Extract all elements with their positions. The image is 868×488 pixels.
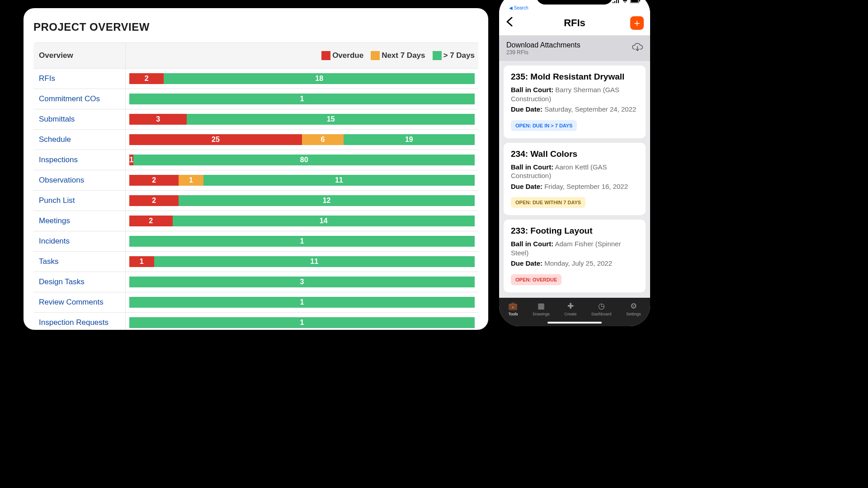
tab-settings[interactable]: ⚙Settings (626, 301, 641, 316)
stacked-bar: 214 (129, 216, 475, 226)
phone-header-title: RFIs (519, 17, 630, 29)
legend-label: Next 7 Days (382, 51, 425, 60)
table-row: RFIs 218 (33, 69, 478, 89)
stacked-bar: 218 (129, 73, 475, 84)
tab-create[interactable]: ✚Create (564, 301, 576, 316)
table-row: Observations 2111 (33, 170, 478, 191)
bar-segment-overdue: 1 (129, 155, 133, 165)
row-label[interactable]: Punch List (33, 191, 126, 211)
svg-rect-5 (631, 0, 638, 3)
row-label[interactable]: Commitment COs (33, 89, 126, 109)
phone-header: RFIs ＋ (499, 12, 650, 36)
phone-screen: 1:18 ◀ Search RFIs ＋ (499, 0, 650, 326)
table-row: Inspection Requests 1 (33, 313, 478, 330)
row-label[interactable]: Review Comments (33, 292, 126, 312)
status-badge: OPEN: DUE WITHIN 7 DAYS (511, 197, 585, 208)
stacked-bar: 1 (129, 317, 475, 328)
bar-segment-overdue: 2 (129, 216, 173, 226)
bar-segment-later: 18 (164, 73, 475, 84)
bar-segment-next7: 6 (302, 134, 344, 145)
bar-segment-later: 11 (203, 175, 475, 186)
legend-item: Overdue (321, 51, 363, 60)
signal-icon (613, 0, 620, 5)
bar-cell: 2111 (126, 170, 478, 190)
dashboard-icon: ◷ (598, 301, 605, 311)
row-label[interactable]: RFIs (33, 69, 126, 89)
row-label[interactable]: Meetings (33, 211, 126, 231)
bar-segment-overdue: 25 (129, 134, 302, 145)
bar-cell: 214 (126, 211, 478, 231)
bar-cell: 25619 (126, 130, 478, 150)
card-due-date: Due Date: Monday, July 25, 2022 (511, 259, 638, 268)
svg-rect-1 (614, 1, 615, 3)
overview-table: Overview OverdueNext 7 Days> 7 Days RFIs… (33, 42, 478, 330)
bar-cell: 1 (126, 313, 478, 330)
download-subtitle: 239 RFIs (506, 49, 580, 56)
bar-segment-later: 1 (129, 317, 475, 328)
bar-segment-later: 12 (179, 195, 475, 206)
table-row: Meetings 214 (33, 211, 478, 231)
page-title: PROJECT OVERVIEW (33, 21, 488, 33)
tab-label: Tools (508, 312, 518, 316)
back-button[interactable] (505, 16, 519, 30)
chevron-left-icon: ◀ (509, 5, 513, 10)
phone-notch (536, 0, 613, 5)
battery-icon (630, 0, 640, 5)
row-label[interactable]: Schedule (33, 130, 126, 150)
download-attachments-banner[interactable]: Download Attachments 239 RFIs (499, 36, 650, 61)
breadcrumb-label: Search (514, 5, 528, 10)
tab-label: Dashboard (591, 312, 611, 316)
row-label[interactable]: Design Tasks (33, 272, 126, 292)
stacked-bar: 25619 (129, 134, 475, 145)
bar-segment-overdue: 2 (129, 175, 179, 186)
stacked-bar: 315 (129, 114, 475, 125)
rfi-card[interactable]: 235: Mold Resistant Drywall Ball in Cour… (504, 66, 646, 138)
bar-segment-later: 19 (344, 134, 475, 145)
bar-segment-later: 1 (129, 94, 475, 104)
download-title: Download Attachments (506, 41, 580, 49)
create-icon: ✚ (567, 301, 574, 311)
table-row: Design Tasks 3 (33, 272, 478, 292)
row-label[interactable]: Incidents (33, 231, 126, 251)
bar-cell: 218 (126, 69, 478, 89)
row-label[interactable]: Submittals (33, 109, 126, 129)
row-label[interactable]: Inspection Requests (33, 313, 126, 330)
add-button[interactable]: ＋ (630, 16, 644, 30)
tab-drawings[interactable]: ▦Drawings (533, 301, 550, 316)
status-icons (613, 0, 640, 5)
table-row: Inspections 180 (33, 150, 478, 170)
rfi-card-list: 235: Mold Resistant Drywall Ball in Cour… (499, 66, 650, 297)
bar-segment-later: 14 (173, 216, 475, 226)
drawings-icon: ▦ (538, 301, 545, 311)
home-indicator (547, 322, 602, 324)
legend-label: > 7 Days (443, 51, 475, 60)
bar-segment-later: 80 (133, 155, 475, 165)
overview-table-header: Overview OverdueNext 7 Days> 7 Days (33, 43, 478, 69)
card-ball-in-court: Ball in Court: Barry Sherman (GAS Constr… (511, 85, 638, 103)
rfi-card[interactable]: 233: Footing Layout Ball in Court: Adam … (504, 220, 646, 292)
tools-icon: 💼 (508, 301, 518, 311)
table-row: Submittals 315 (33, 109, 478, 130)
svg-rect-2 (616, 0, 617, 3)
bar-segment-later: 3 (129, 277, 475, 287)
phone-body[interactable]: Download Attachments 239 RFIs 235: Mold … (499, 36, 650, 298)
bar-segment-later: 1 (129, 297, 475, 308)
tab-dashboard[interactable]: ◷Dashboard (591, 301, 611, 316)
row-label[interactable]: Inspections (33, 150, 126, 170)
card-title: 233: Footing Layout (511, 226, 638, 236)
stacked-bar: 1 (129, 297, 475, 308)
rfi-card[interactable]: 234: Wall Colors Ball in Court: Aaron Ke… (504, 143, 646, 216)
svg-rect-6 (639, 0, 640, 2)
card-due-date: Due Date: Friday, September 16, 2022 (511, 182, 638, 191)
row-label[interactable]: Tasks (33, 252, 126, 272)
card-ball-in-court: Ball in Court: Adam Fisher (Spinner Stee… (511, 239, 638, 257)
phone-tabbar: 💼Tools▦Drawings✚Create◷Dashboard⚙Setting… (499, 298, 650, 321)
tab-tools[interactable]: 💼Tools (508, 301, 518, 316)
stacked-bar: 111 (129, 256, 475, 267)
breadcrumb-back[interactable]: ◀ Search (499, 5, 650, 12)
legend-swatch-red (321, 51, 330, 60)
row-label[interactable]: Observations (33, 170, 126, 190)
card-ball-in-court: Ball in Court: Aaron Kettl (GAS Construc… (511, 163, 638, 180)
stacked-bar: 2111 (129, 175, 475, 186)
bar-cell: 180 (126, 150, 478, 170)
